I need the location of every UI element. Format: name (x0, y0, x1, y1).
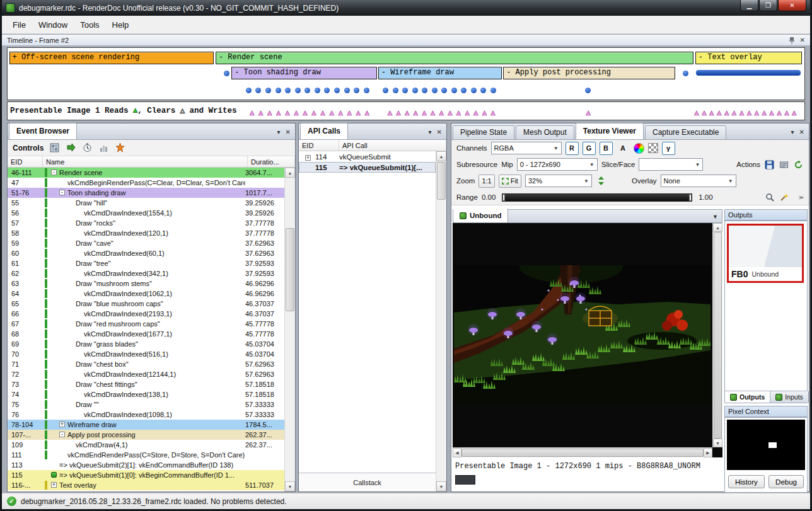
timeline-block[interactable]: - Render scene (216, 52, 693, 64)
zoom-fit-button[interactable]: Fit (499, 175, 521, 188)
time-draws-icon[interactable] (82, 142, 93, 153)
tree-expander-icon[interactable]: + (51, 482, 57, 488)
custom-shader-icon[interactable] (634, 143, 644, 154)
texture-canvas[interactable]: ▲ ▼ ◀ ▶ (453, 223, 722, 457)
column-eid[interactable]: EID (8, 156, 43, 167)
event-row[interactable]: 113=> vkQueueSubmit(2)[1]: vkEndCommandB… (8, 460, 284, 470)
event-row[interactable]: 56vkCmdDrawIndexed(1554,1)39.25926 (8, 208, 284, 218)
zoom-one-to-one-button[interactable]: 1:1 (478, 175, 494, 188)
event-browser-scrollbar[interactable]: ▲ ▼ (284, 168, 295, 491)
timeline-draw-markers[interactable] (683, 70, 689, 76)
autofit-wand-icon[interactable] (779, 192, 790, 203)
texture-tab-dropdown-icon[interactable]: ▼ (712, 214, 722, 222)
debug-button[interactable]: Debug (768, 475, 804, 488)
menu-help[interactable]: Help (107, 18, 135, 32)
save-texture-icon[interactable] (764, 159, 775, 170)
event-row[interactable]: 78-104+Wireframe draw1784.5... (8, 420, 284, 430)
scroll-down-icon[interactable]: ▼ (436, 481, 446, 491)
event-row[interactable]: 69Draw "grass blades"45.03704 (8, 339, 284, 349)
scroll-down-icon[interactable]: ▼ (713, 439, 722, 447)
overlay-select[interactable]: None▼ (661, 175, 736, 187)
texture-vertical-scrollbar[interactable]: ▲ ▼ (712, 223, 722, 447)
open-texture-list-icon[interactable] (779, 159, 789, 170)
column-duration[interactable]: Duratio... (248, 156, 295, 167)
event-row[interactable]: 66vkCmdDrawIndexed(2193,1)46.37037 (8, 309, 284, 319)
close-button[interactable]: ✕ (778, 0, 806, 11)
mip-select[interactable]: 0 - 1272x690▼ (517, 158, 598, 171)
column-eid[interactable]: EID (299, 140, 339, 151)
minimize-button[interactable]: ▁ (740, 0, 758, 11)
scroll-right-icon[interactable]: ▶ (704, 448, 712, 457)
slice-face-select[interactable]: ▼ (639, 158, 703, 171)
tab-outputs[interactable]: Outputs (725, 391, 770, 403)
dock-close-icon[interactable]: ✕ (799, 129, 804, 135)
dock-dropdown-icon[interactable]: ▾ (429, 129, 432, 135)
tab-unbound[interactable]: Unbound (453, 209, 508, 222)
event-row[interactable]: 62vkCmdDrawIndexed(342,1)37.92593 (8, 268, 284, 278)
tab-mesh-output[interactable]: Mesh Output (516, 125, 574, 139)
tree-expander-icon[interactable]: - (59, 432, 65, 437)
event-row[interactable]: 107-...-Apply post processing262.37... (8, 430, 284, 440)
event-row[interactable]: 115=> vkQueueSubmit(1)[0]: vkBeginComman… (8, 470, 284, 480)
event-row[interactable]: 63Draw "mushroom stems"46.96296 (8, 278, 284, 289)
timeline-draw-markers[interactable] (585, 87, 591, 93)
range-white-handle[interactable] (689, 194, 692, 201)
event-row[interactable]: 58vkCmdDrawIndexed(120,1)37.77778 (8, 228, 284, 238)
timeline-draw-bar[interactable] (696, 70, 801, 76)
scroll-up-icon[interactable]: ▲ (436, 151, 446, 161)
channel-red-button[interactable]: R (566, 142, 579, 155)
dock-dropdown-icon[interactable]: ▾ (277, 129, 281, 135)
bookmark-icon[interactable] (115, 142, 125, 153)
event-row[interactable]: 67Draw "red mushroom caps"45.77778 (8, 319, 284, 329)
event-row[interactable]: 61Draw "tree"37.92593 (8, 258, 284, 268)
event-row[interactable]: 116-...+Text overlay511.7037 (8, 480, 284, 490)
menu-tools[interactable]: Tools (74, 18, 105, 32)
pixel-context-view[interactable] (727, 420, 805, 470)
scroll-down-icon[interactable]: ▼ (285, 481, 295, 491)
scroll-up-icon[interactable]: ▲ (285, 168, 295, 178)
event-row[interactable]: 73Draw "chest fittings"57.18518 (8, 379, 284, 389)
zoom-range-icon[interactable] (765, 192, 775, 203)
event-row[interactable]: 109vkCmdDraw(4,1)262.37... (8, 440, 284, 450)
column-name[interactable]: Name (43, 156, 248, 167)
range-min-value[interactable]: 0.00 (482, 193, 496, 201)
write-markers[interactable]: ▲▲▲▲▲▲▲▲▲▲▲▲▲ (386, 109, 497, 117)
dock-dropdown-icon[interactable]: ▾ (791, 129, 794, 135)
channel-green-button[interactable]: G (583, 142, 596, 155)
write-markers[interactable]: ▲ (584, 109, 591, 117)
dock-close-icon[interactable]: ✕ (286, 129, 291, 135)
tab-inputs[interactable]: Inputs (770, 391, 809, 403)
timeline-block[interactable]: - Text overlay (695, 52, 802, 64)
event-row[interactable]: 46-111-Render scene3064.7... (8, 168, 284, 178)
event-row[interactable]: 57Draw "rocks"37.77778 (8, 218, 284, 228)
channel-blue-button[interactable]: B (600, 142, 613, 155)
fb0-thumbnail[interactable]: FB0 Unbound (727, 224, 804, 283)
event-row[interactable]: 59Draw "cave"37.62963 (8, 238, 284, 248)
menu-file[interactable]: File (7, 18, 32, 32)
zoom-select[interactable]: 32%▼ (525, 175, 592, 187)
event-row[interactable]: 75Draw ""57.33333 (8, 399, 284, 410)
range-max-value[interactable]: 1.00 (699, 193, 712, 201)
dock-close-icon[interactable]: ✕ (437, 129, 442, 135)
api-call-row[interactable]: 115=> vkQueueSubmit(1)[... (299, 162, 436, 173)
event-row[interactable]: 64vkCmdDrawIndexed(1062,1)46.96296 (8, 289, 284, 299)
event-row[interactable]: 55Draw "hill"39.25926 (8, 198, 284, 208)
tree-expander-icon[interactable]: - (51, 169, 57, 175)
api-call-row[interactable]: +114vkQueueSubmit (299, 151, 436, 162)
statistics-icon[interactable] (98, 142, 109, 153)
column-api-call[interactable]: API Call (339, 140, 446, 151)
timeline-block[interactable]: - Toon shading draw (231, 67, 377, 79)
tab-pipeline-state[interactable]: Pipeline State (453, 125, 514, 139)
tab-capture-executable[interactable]: Capture Executable (645, 125, 726, 139)
write-markers[interactable]: ▲▲▲▲▲▲▲▲▲▲▲▲▲▲ (248, 109, 371, 117)
event-row[interactable]: 47vkCmdBeginRenderPass(C=Clear, D=Clear,… (8, 178, 284, 188)
tree-expander-icon[interactable]: + (59, 422, 65, 427)
event-row[interactable]: 74vkCmdDrawIndexed(138,1)57.18518 (8, 389, 284, 399)
event-row[interactable]: 70vkCmdDrawIndexed(516,1)45.03704 (8, 349, 284, 359)
write-markers[interactable]: ▲▲▲▲▲▲▲▲▲▲▲▲▲▲ (693, 109, 798, 117)
tab-texture-viewer[interactable]: Texture Viewer (576, 123, 644, 139)
timeline-block[interactable]: - Wireframe draw (378, 67, 502, 79)
event-row[interactable]: 72vkCmdDrawIndexed(12144,1)57.62963 (8, 369, 284, 379)
timeline-draw-markers[interactable] (383, 87, 496, 93)
pin-icon[interactable] (789, 37, 795, 44)
